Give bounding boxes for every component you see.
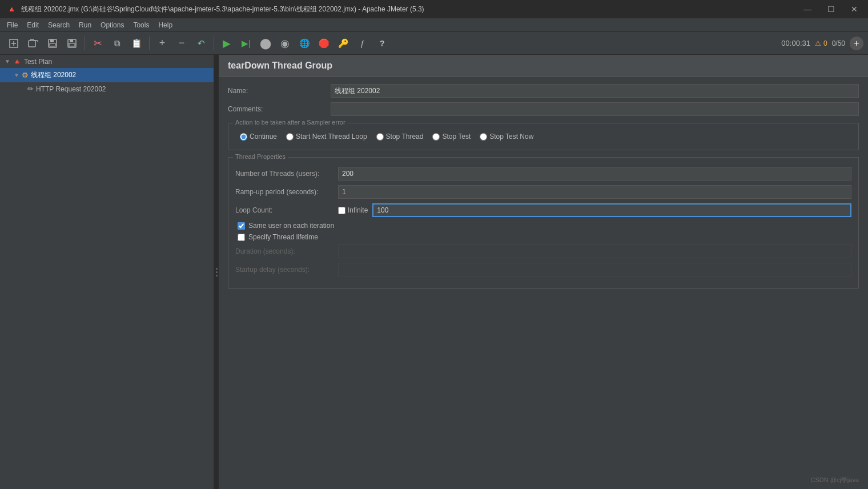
same-user-label[interactable]: Same user on each iteration	[248, 222, 334, 230]
rampup-label: Ramp-up period (seconds):	[235, 188, 338, 196]
rampup-row: Ramp-up period (seconds):	[235, 185, 851, 199]
remote-stop-button[interactable]: 🛑	[315, 34, 333, 53]
httprequest-icon: ✏	[27, 85, 34, 93]
remote-start-button[interactable]: 🌐	[295, 34, 314, 53]
sidebar-item-threadgroup[interactable]: ▼ ⚙ 线程组 202002	[0, 68, 214, 82]
sampler-error-section: Action to be taken after a Sampler error…	[228, 123, 859, 150]
copy-button[interactable]: ⧉	[108, 34, 126, 53]
loop-count-label: Loop Count:	[235, 206, 338, 214]
testplan-icon: 🔺	[13, 57, 22, 66]
name-row: Name:	[228, 84, 859, 98]
name-input[interactable]	[331, 84, 859, 98]
help-button[interactable]: ?	[373, 34, 391, 53]
menu-edit[interactable]: Edit	[22, 20, 43, 30]
maximize-button[interactable]: ☐	[824, 3, 838, 15]
radio-start-next-label[interactable]: Start Next Thread Loop	[286, 133, 367, 141]
menu-options[interactable]: Options	[96, 20, 128, 30]
minimize-button[interactable]: —	[800, 3, 815, 15]
sidebar-divider[interactable]	[214, 55, 219, 489]
remote-exit-button[interactable]: 🔑	[334, 34, 352, 53]
watermark-text: CSDN @cj学java	[810, 476, 859, 483]
radio-start-next-text: Start Next Thread Loop	[296, 133, 367, 141]
title-bar: 🔺 线程组 202002.jmx (G:\尚硅谷\SpringCloud\软件\…	[0, 0, 868, 18]
start-no-pause-button[interactable]: ▶|	[237, 34, 255, 53]
close-button[interactable]: ✕	[847, 3, 861, 15]
same-user-checkbox[interactable]	[238, 222, 245, 230]
radio-start-next[interactable]	[286, 133, 294, 141]
divider-dot	[216, 271, 218, 273]
threads-row: Number of Threads (users):	[235, 167, 851, 181]
warning-icon: ⚠	[815, 39, 821, 47]
open-button[interactable]	[24, 34, 42, 53]
radio-stop-thread-label[interactable]: Stop Thread	[376, 133, 424, 141]
clear-button[interactable]: ↶	[192, 34, 210, 53]
infinite-checkbox[interactable]	[338, 207, 345, 214]
svg-rect-5	[50, 39, 54, 42]
radio-continue[interactable]	[240, 133, 247, 141]
menu-file[interactable]: File	[2, 20, 22, 30]
radio-stop-test-now-text: Stop Test Now	[489, 133, 533, 141]
app-icon: 🔺	[7, 5, 17, 14]
radio-stop-test-label[interactable]: Stop Test	[432, 133, 471, 141]
rampup-input[interactable]	[338, 185, 851, 199]
add-remote-button[interactable]: +	[850, 37, 863, 50]
menu-run[interactable]: Run	[74, 20, 96, 30]
warning-indicator: ⚠ 0	[815, 39, 827, 47]
radio-stop-test-now[interactable]	[480, 133, 487, 141]
sidebar-item-testplan[interactable]: ▼ 🔺 Test Plan	[0, 55, 214, 68]
startup-delay-input[interactable]	[338, 263, 851, 276]
comments-label: Comments:	[228, 105, 331, 113]
radio-stop-test-text: Stop Test	[442, 133, 471, 141]
paste-button[interactable]: 📋	[127, 34, 146, 53]
threadgroup-label: 线程组 202002	[31, 70, 76, 80]
panel-body: Name: Comments: Action to be taken after…	[219, 77, 868, 302]
new-button[interactable]	[5, 34, 23, 53]
threads-input[interactable]	[338, 167, 851, 181]
loop-row: Loop Count: Infinite	[235, 203, 851, 217]
radio-continue-label[interactable]: Continue	[240, 133, 277, 141]
panel-header: tearDown Thread Group	[219, 55, 868, 77]
menu-search[interactable]: Search	[43, 20, 74, 30]
content-panel: tearDown Thread Group Name: Comments: Ac…	[219, 55, 868, 489]
main-layout: ▼ 🔺 Test Plan ▼ ⚙ 线程组 202002 ✏ HTTP Requ…	[0, 55, 868, 489]
toolbar-info: 00:00:31 ⚠ 0 0/50 +	[781, 37, 863, 50]
thread-properties-section: Thread Properties Number of Threads (use…	[228, 157, 859, 288]
function-helper-button[interactable]: ƒ	[353, 34, 372, 53]
menu-help[interactable]: Help	[154, 20, 177, 30]
stop-button[interactable]: ⬤	[256, 34, 275, 53]
threadgroup-icon: ⚙	[22, 71, 29, 79]
remove-button[interactable]: −	[172, 34, 191, 53]
threads-label: Number of Threads (users):	[235, 170, 338, 178]
startup-delay-label: Startup delay (seconds):	[235, 266, 338, 274]
radio-stop-test[interactable]	[432, 133, 440, 141]
radio-group: Continue Start Next Thread Loop Stop Thr…	[235, 128, 851, 143]
start-button[interactable]: ▶	[218, 34, 236, 53]
startup-delay-row: Startup delay (seconds):	[235, 263, 851, 276]
specify-lifetime-checkbox[interactable]	[238, 234, 245, 241]
radio-stop-thread-text: Stop Thread	[386, 133, 424, 141]
menu-tools[interactable]: Tools	[128, 20, 154, 30]
svg-rect-9	[69, 43, 75, 46]
save-button[interactable]	[43, 34, 62, 53]
divider-dot	[216, 268, 218, 270]
sidebar-item-httprequest[interactable]: ✏ HTTP Request 202002	[0, 82, 214, 95]
same-user-row: Same user on each iteration	[235, 222, 851, 230]
comments-row: Comments:	[228, 102, 859, 116]
radio-stop-thread[interactable]	[376, 133, 384, 141]
radio-stop-test-now-label[interactable]: Stop Test Now	[480, 133, 533, 141]
svg-rect-6	[50, 43, 55, 46]
infinite-text: Infinite	[348, 206, 368, 214]
add-button[interactable]: +	[153, 34, 171, 53]
loop-count-input[interactable]	[372, 203, 851, 217]
duration-input[interactable]	[338, 244, 851, 258]
specify-lifetime-label[interactable]: Specify Thread lifetime	[248, 233, 318, 241]
saveas-button[interactable]: +	[63, 34, 81, 53]
comments-input[interactable]	[331, 102, 859, 116]
warning-count: 0	[823, 39, 827, 47]
infinite-label-wrapper[interactable]: Infinite	[338, 206, 368, 214]
cut-button[interactable]: ✂	[89, 34, 107, 53]
duration-row: Duration (seconds):	[235, 244, 851, 258]
toolbar-sep-3	[214, 37, 214, 50]
shutdown-button[interactable]: ◉	[276, 34, 294, 53]
expand-icon-thread: ▼	[14, 72, 19, 78]
